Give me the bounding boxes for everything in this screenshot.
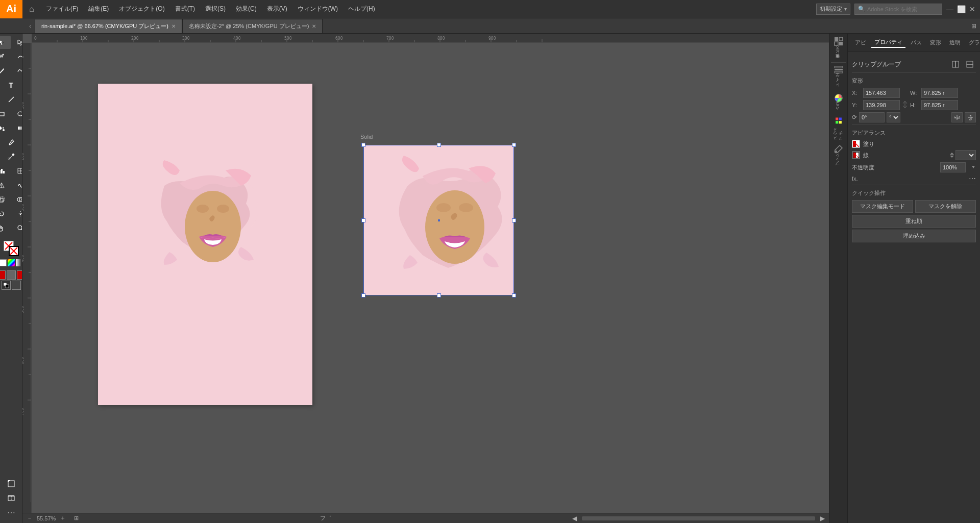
red-fill-swatch-2[interactable] bbox=[17, 270, 23, 280]
zoom-fit-btn[interactable]: ⊞ bbox=[74, 515, 79, 521]
mode-btn[interactable] bbox=[12, 281, 21, 290]
workspace-selector[interactable]: 初期設定 ▾ bbox=[816, 4, 850, 15]
pencil-tool[interactable] bbox=[0, 64, 11, 78]
handle-bottom-right[interactable] bbox=[512, 293, 516, 297]
stroke-stepper[interactable] bbox=[949, 152, 954, 159]
angle-dropdown[interactable]: ° bbox=[887, 112, 900, 122]
x-input[interactable] bbox=[863, 88, 900, 98]
handle-bottom-left[interactable] bbox=[361, 293, 365, 297]
blend-tool[interactable] bbox=[2, 150, 20, 163]
scroll-left-btn[interactable]: ◀ bbox=[572, 515, 577, 522]
maximize-button[interactable]: ⬜ bbox=[958, 6, 965, 13]
tab-1-close[interactable]: ✕ bbox=[172, 23, 176, 29]
mesh-tool[interactable] bbox=[11, 164, 22, 178]
tab-2-close[interactable]: ✕ bbox=[312, 23, 316, 29]
tab-transform-panel[interactable]: 変形 bbox=[927, 38, 944, 47]
menu-file[interactable]: ファイル(F) bbox=[41, 0, 83, 18]
menu-window[interactable]: ウィンドウ(W) bbox=[292, 0, 343, 18]
color-swatches[interactable] bbox=[3, 240, 20, 257]
fill-none-swatch[interactable] bbox=[0, 259, 7, 266]
menu-type[interactable]: 書式(T) bbox=[170, 0, 200, 18]
more-tools-btn[interactable]: ⋯ bbox=[2, 506, 20, 519]
zoom-in-btn[interactable]: ＋ bbox=[60, 514, 66, 522]
embed-btn[interactable]: 埋め込み bbox=[852, 230, 976, 242]
menu-effect[interactable]: 効果(C) bbox=[231, 0, 262, 18]
scroll-right-btn[interactable]: ▶ bbox=[820, 515, 825, 522]
brush-icon-btn[interactable]: ブラシ bbox=[832, 143, 845, 169]
artboard-tool[interactable] bbox=[2, 477, 20, 490]
flip-v-btn[interactable] bbox=[965, 112, 976, 122]
zoom-out-btn[interactable]: － bbox=[27, 514, 33, 522]
menu-help[interactable]: ヘルプ(H) bbox=[343, 0, 380, 18]
menu-edit[interactable]: 編集(E) bbox=[83, 0, 114, 18]
search-input[interactable] bbox=[867, 6, 939, 12]
type-tool[interactable]: T bbox=[2, 79, 20, 92]
curvature-tool[interactable] bbox=[11, 50, 22, 63]
panel-arrange-icon[interactable]: ⊞ bbox=[968, 19, 980, 33]
smooth-tool[interactable] bbox=[11, 64, 22, 78]
clip-group-icon-1[interactable] bbox=[949, 58, 962, 70]
zoom-tool[interactable] bbox=[11, 221, 22, 235]
hand-tool[interactable] bbox=[0, 221, 11, 235]
tab-path-panel[interactable]: パス bbox=[908, 38, 925, 47]
angle-input[interactable] bbox=[859, 112, 885, 122]
opacity-input[interactable] bbox=[940, 162, 966, 172]
menu-view[interactable]: 表示(V) bbox=[262, 0, 292, 18]
tab-2[interactable]: 名称未設定-2* @ 25% (CMYK/GPU プレビュー) ✕ bbox=[182, 19, 323, 33]
gradient-swatch[interactable] bbox=[16, 259, 23, 266]
menu-select[interactable]: 選択(S) bbox=[200, 0, 231, 18]
tab-gradient-panel[interactable]: グラデ bbox=[966, 38, 980, 47]
minimize-button[interactable]: — bbox=[946, 6, 953, 13]
color-icon-btn[interactable]: カラー bbox=[832, 90, 845, 116]
gray-fill-swatch[interactable] bbox=[7, 270, 16, 280]
red-fill-swatch[interactable] bbox=[0, 270, 6, 280]
tab-appearance-panel[interactable]: アピ bbox=[852, 38, 869, 47]
handle-top-left[interactable] bbox=[361, 143, 365, 147]
mask-release-btn[interactable]: マスクを解除 bbox=[915, 200, 976, 213]
handle-bottom-middle[interactable] bbox=[437, 293, 441, 297]
line-tool[interactable] bbox=[2, 93, 20, 106]
stroke-color-swatch[interactable] bbox=[852, 151, 860, 159]
reflect-tool[interactable] bbox=[11, 207, 22, 220]
opacity-expand-btn[interactable] bbox=[971, 164, 976, 171]
eyedropper-tool[interactable] bbox=[2, 136, 20, 149]
handle-top-right[interactable] bbox=[512, 143, 516, 147]
w-input[interactable] bbox=[921, 88, 958, 98]
color-swatch-rainbow[interactable] bbox=[8, 259, 15, 266]
paintbucket-tool[interactable] bbox=[0, 121, 11, 135]
h-scrollbar[interactable] bbox=[582, 516, 815, 520]
tab-scroll-left[interactable]: ‹ bbox=[26, 19, 35, 33]
canvas-area[interactable]: 0 100 200 300 400 500 600 700 800 900 bbox=[22, 34, 829, 523]
selection-tool[interactable] bbox=[0, 36, 11, 49]
y-input[interactable] bbox=[863, 100, 900, 110]
tab-1[interactable]: rin-sample.ai* @ 66.67% (CMYK/GPU プレビュー)… bbox=[35, 19, 182, 33]
close-button[interactable]: ✕ bbox=[969, 6, 976, 13]
mask-edit-btn[interactable]: マスク編集モード bbox=[852, 200, 913, 213]
stroke-dropdown[interactable] bbox=[955, 150, 976, 160]
layer-icon-btn[interactable]: レイヤー bbox=[832, 64, 845, 89]
image-trace-icon-btn[interactable]: 画像トレース bbox=[832, 36, 845, 61]
stroke-swatch[interactable] bbox=[9, 246, 19, 256]
swap-icon-btn[interactable] bbox=[2, 281, 11, 290]
shape-builder-tool[interactable] bbox=[11, 193, 22, 206]
swatch-icon-btn[interactable]: スウォッチ bbox=[832, 117, 845, 142]
handle-top-middle[interactable] bbox=[437, 143, 441, 147]
direct-selection-tool[interactable] bbox=[11, 36, 22, 49]
slice-tool[interactable] bbox=[2, 491, 20, 505]
handle-middle-left[interactable] bbox=[361, 218, 365, 222]
pen-tool[interactable] bbox=[0, 50, 11, 63]
menu-object[interactable]: オブジェクト(O) bbox=[114, 0, 169, 18]
more-options-btn[interactable]: ⋯ bbox=[969, 175, 976, 183]
ellipse-tool[interactable] bbox=[11, 107, 22, 120]
free-transform-tool[interactable] bbox=[0, 193, 11, 206]
handle-middle-right[interactable] bbox=[512, 218, 516, 222]
rotate-tool[interactable] bbox=[0, 207, 11, 220]
tab-transparency-panel[interactable]: 透明 bbox=[946, 38, 964, 47]
column-graph-tool[interactable] bbox=[0, 164, 11, 178]
tab-properties-panel[interactable]: プロパティ bbox=[871, 37, 905, 48]
home-button[interactable]: ⌂ bbox=[22, 0, 41, 18]
warp-tool[interactable] bbox=[11, 179, 22, 192]
canvas-viewport[interactable]: Solid bbox=[32, 43, 829, 513]
stack-order-btn[interactable]: 重ね順 bbox=[852, 215, 976, 228]
flip-h-btn[interactable] bbox=[951, 112, 963, 122]
